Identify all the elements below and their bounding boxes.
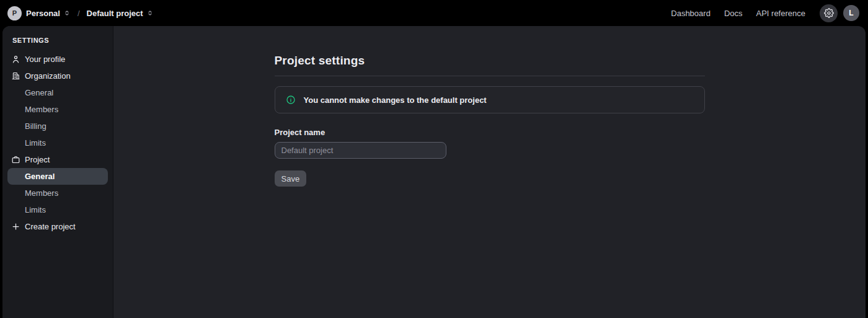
nav-link-docs[interactable]: Docs (717, 9, 750, 18)
sidebar-item-label: Billing (25, 121, 46, 131)
building-icon (11, 71, 20, 81)
sidebar-heading: SETTINGS (2, 37, 113, 44)
sidebar-item-label: Project (25, 155, 50, 164)
sidebar-item-label: Limits (25, 205, 46, 214)
sidebar-item-your-profile[interactable]: Your profile (7, 51, 108, 68)
sidebar-item-label: Members (25, 188, 58, 198)
sidebar-item-project-members[interactable]: Members (7, 185, 108, 201)
chevron-up-down-icon (146, 9, 154, 17)
sidebar-item-label: Organization (25, 71, 71, 81)
org-avatar[interactable]: P (7, 6, 22, 20)
sidebar-item-org-limits[interactable]: Limits (7, 135, 108, 151)
sidebar-item-org-general[interactable]: General (7, 84, 108, 101)
page-title: Project settings (275, 54, 705, 68)
sidebar-item-project-limits[interactable]: Limits (7, 201, 108, 218)
sidebar-item-project[interactable]: Project (7, 151, 108, 168)
person-icon (11, 55, 20, 64)
main-area: Project settings You cannot make changes… (113, 26, 866, 318)
org-switcher[interactable]: Personal (26, 9, 71, 18)
settings-panel: SETTINGS Your profile Organization Gener… (2, 26, 866, 318)
sidebar-item-create-project[interactable]: Create project (7, 218, 108, 235)
project-name: Default project (87, 9, 143, 18)
sidebar-item-organization[interactable]: Organization (7, 68, 108, 84)
chevron-up-down-icon (63, 9, 71, 17)
plus-icon (11, 222, 20, 231)
topbar: P Personal / Default project Dashboard D… (0, 0, 868, 26)
sidebar-item-label: Your profile (25, 55, 65, 64)
breadcrumb: P Personal / Default project (7, 6, 154, 20)
project-switcher[interactable]: Default project (87, 9, 154, 18)
sidebar-item-project-general[interactable]: General (7, 168, 108, 185)
user-avatar[interactable]: L (843, 5, 859, 21)
nav-link-dashboard[interactable]: Dashboard (664, 9, 717, 18)
sidebar-item-label: Members (25, 105, 58, 114)
org-name: Personal (26, 9, 60, 18)
sidebar-item-label: General (25, 88, 53, 97)
topbar-nav: Dashboard Docs API reference L (664, 4, 859, 22)
nav-link-api-reference[interactable]: API reference (750, 9, 813, 18)
sidebar-item-org-billing[interactable]: Billing (7, 118, 108, 135)
sidebar-item-label: Limits (25, 138, 46, 148)
project-name-input[interactable] (275, 142, 446, 159)
info-banner: You cannot make changes to the default p… (275, 86, 705, 113)
settings-button[interactable] (820, 4, 838, 22)
sidebar-item-org-members[interactable]: Members (7, 101, 108, 118)
info-banner-message: You cannot make changes to the default p… (304, 95, 487, 105)
breadcrumb-separator: / (78, 9, 80, 18)
save-button[interactable]: Save (275, 170, 307, 187)
briefcase-icon (11, 155, 20, 164)
project-name-label: Project name (275, 128, 705, 137)
title-divider (275, 76, 705, 76)
gear-icon (824, 8, 834, 18)
sidebar-item-label: Create project (25, 222, 76, 231)
info-circle-icon (286, 95, 296, 105)
settings-sidebar: SETTINGS Your profile Organization Gener… (2, 26, 113, 318)
sidebar-item-label: General (25, 172, 55, 181)
project-settings-content: Project settings You cannot make changes… (275, 26, 705, 318)
